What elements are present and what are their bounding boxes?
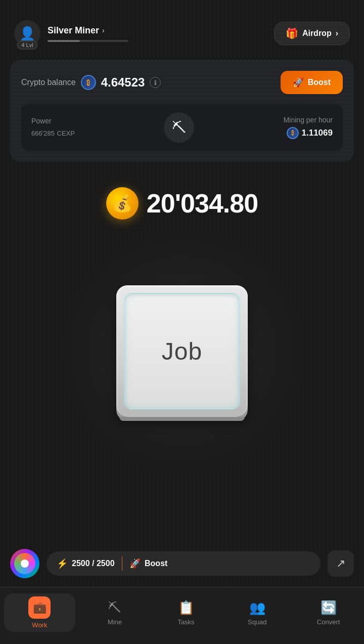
power-label: Power [31, 117, 75, 125]
xp-progress-fill [48, 40, 80, 42]
mining-stat: Mining per hour ₿ 1.11069 [284, 116, 333, 139]
nav-label-work: Work [32, 621, 47, 629]
job-key-inner: Job [124, 293, 240, 409]
spinner-icon [14, 553, 35, 574]
coin-display: 💰 20'034.80 [0, 172, 364, 225]
briefcase-icon: 💼 [33, 601, 47, 614]
power-stat: Power 666'285 CEXP [31, 117, 75, 138]
coin-amount: 20'034.80 [147, 188, 258, 219]
action-boost-label: Boost [145, 559, 167, 568]
xp-progress-bar [48, 40, 128, 42]
nav-label-mine: Mine [108, 618, 122, 626]
nav-item-convert[interactable]: 🔄 Convert [293, 597, 364, 629]
balance-label-row: Crypto balance ₿ 4.64523 ℹ [21, 75, 161, 90]
mining-btc-icon: ₿ [287, 127, 299, 139]
energy-boost-bar[interactable]: ⚡ 2500 / 2500 🚀 Boost [47, 551, 321, 576]
nav-label-convert: Convert [317, 618, 340, 626]
username-row[interactable]: Silver Miner › [48, 25, 128, 36]
coin-icon: 💰 [106, 187, 139, 220]
gift-icon: 🎁 [286, 27, 298, 39]
airdrop-button[interactable]: 🎁 Airdrop › [274, 22, 350, 45]
job-key-button[interactable]: Job [116, 285, 248, 417]
bottom-nav: 💼 Work ⛏ Mine 📋 Tasks 👥 Squad 🔄 Convert [0, 587, 364, 644]
btc-icon: ₿ [81, 75, 96, 90]
balance-top: Crypto balance ₿ 4.64523 ℹ 🚀 Boost [21, 71, 343, 94]
divider [122, 556, 123, 571]
spinner-center [21, 560, 29, 568]
mining-value: 1.11069 [302, 128, 333, 138]
share-icon: ↗ [336, 557, 345, 570]
airdrop-label: Airdrop [302, 29, 332, 38]
nav-item-mine[interactable]: ⛏ Mine [79, 597, 151, 629]
action-bar: ⚡ 2500 / 2500 🚀 Boost ↗ [0, 549, 364, 578]
squad-icon: 👥 [249, 600, 265, 616]
hammer-icon: ⛏ [164, 112, 194, 143]
crypto-balance-label: Crypto balance [21, 78, 76, 87]
user-icon: 👤 [19, 26, 35, 41]
profile-info: Silver Miner › [48, 25, 128, 42]
header: 👤 4 Lvl Silver Miner › 🎁 Airdrop › [0, 0, 364, 55]
level-badge: 4 Lvl [17, 40, 37, 50]
nav-item-work[interactable]: 💼 Work [4, 593, 75, 632]
rocket-icon: 🚀 [293, 77, 304, 88]
avatar[interactable]: 👤 4 Lvl [14, 20, 40, 47]
info-icon[interactable]: ℹ [150, 77, 161, 88]
job-key-label: Job [162, 337, 202, 365]
job-circle: Job [61, 230, 303, 473]
mining-label: Mining per hour [284, 116, 333, 124]
rocket-small-icon: 🚀 [129, 558, 141, 569]
balance-card: Crypto balance ₿ 4.64523 ℹ 🚀 Boost Power… [10, 60, 354, 162]
spinner-button[interactable] [10, 549, 39, 578]
balance-amount: 4.64523 [101, 75, 145, 90]
boost-section[interactable]: 🚀 Boost [129, 558, 167, 569]
nav-item-squad[interactable]: 👥 Squad [221, 597, 293, 629]
lightning-icon: ⚡ [57, 558, 68, 569]
nav-label-squad: Squad [248, 618, 267, 626]
power-value: 666'285 CEXP [31, 128, 75, 138]
nav-item-tasks[interactable]: 📋 Tasks [151, 597, 222, 629]
nav-label-tasks: Tasks [177, 618, 194, 626]
profile-section: 👤 4 Lvl Silver Miner › [14, 20, 128, 47]
mining-value-row: ₿ 1.11069 [284, 127, 333, 139]
pickaxe-icon: ⛏ [108, 600, 121, 616]
work-icon-bg: 💼 [28, 596, 51, 619]
job-area: Job [0, 230, 364, 473]
boost-button[interactable]: 🚀 Boost [281, 71, 343, 94]
energy-section: ⚡ 2500 / 2500 [57, 558, 115, 569]
boost-label: Boost [308, 78, 331, 87]
tasks-icon: 📋 [178, 600, 194, 616]
username: Silver Miner [48, 25, 99, 36]
convert-icon: 🔄 [321, 600, 337, 616]
share-button[interactable]: ↗ [328, 550, 354, 577]
stats-row: Power 666'285 CEXP ⛏ Mining per hour ₿ 1… [21, 104, 343, 151]
chevron-right-icon: › [102, 26, 105, 34]
energy-display: 2500 / 2500 [72, 559, 115, 568]
chevron-right-icon: › [336, 29, 338, 38]
